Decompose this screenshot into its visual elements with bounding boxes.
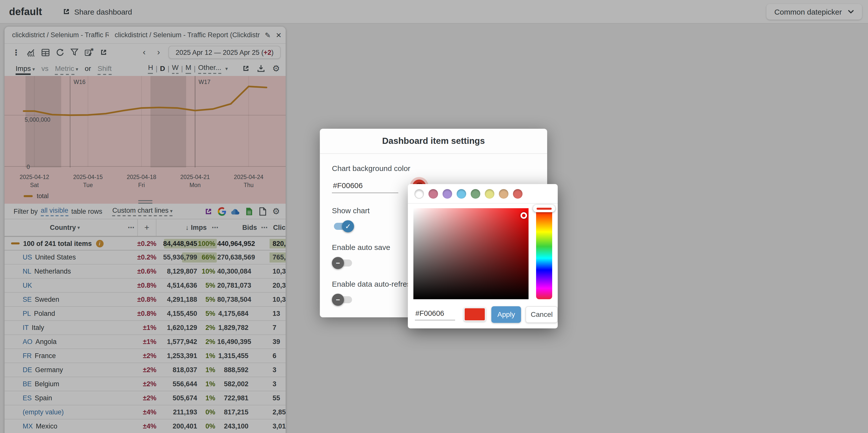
screen: default Share dashboard Common datepicke… — [0, 0, 868, 433]
toggle-switch[interactable]: − — [334, 259, 352, 267]
color-selection-ring[interactable] — [521, 212, 527, 219]
color-preset-d96a63[interactable] — [513, 189, 523, 199]
cancel-button[interactable]: Cancel — [526, 306, 558, 322]
chart-background-color-input[interactable] — [332, 180, 398, 193]
color-preset-72c5e8[interactable] — [457, 189, 466, 199]
color-presets-row — [408, 184, 558, 204]
minus-icon: − — [332, 294, 344, 306]
picker-color-swatch[interactable] — [464, 307, 486, 321]
color-preset-e3e188[interactable] — [485, 189, 494, 199]
hue-slider[interactable] — [536, 208, 552, 299]
color-preset-c9798f[interactable] — [429, 189, 438, 199]
check-icon: ✓ — [342, 220, 354, 233]
chart-background-color-label: Chart background color — [332, 164, 535, 173]
color-picker-popover: Apply Cancel — [408, 184, 558, 329]
apply-button[interactable]: Apply — [491, 306, 521, 322]
picker-footer: Apply Cancel — [408, 304, 558, 324]
color-preset-dcb184[interactable] — [499, 189, 508, 199]
color-preset-a88fd5[interactable] — [442, 189, 452, 199]
color-preset-7aa57d[interactable] — [471, 189, 480, 199]
color-preset-none[interactable] — [414, 189, 424, 199]
modal-title: Dashboard item settings — [320, 129, 547, 154]
minus-icon: − — [332, 257, 344, 269]
saturation-value-gradient[interactable] — [413, 208, 529, 299]
toggle-switch[interactable]: ✓ — [334, 223, 352, 230]
hue-slider-handle[interactable] — [533, 205, 555, 212]
toggle-switch[interactable]: − — [334, 296, 352, 303]
picker-hex-input[interactable] — [415, 308, 455, 320]
